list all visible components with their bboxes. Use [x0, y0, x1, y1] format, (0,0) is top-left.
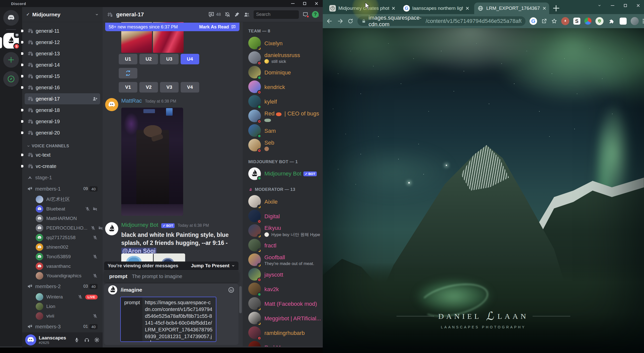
bookmark-star-icon[interactable] [551, 18, 557, 24]
variation-button-v4[interactable]: V4 [181, 82, 199, 93]
sidebar-channel-general-17[interactable]: general-17 [25, 93, 100, 104]
voice-room-members-3[interactable]: members-30140 [25, 321, 100, 332]
bot-result-image[interactable] [121, 253, 185, 262]
extension-rgb-icon[interactable] [584, 18, 591, 25]
slash-autocomplete[interactable]: prompt The prompt to imagine [104, 271, 238, 282]
member-row[interactable]: Cixelyn [248, 36, 323, 51]
midjourney-bot-avatar[interactable] [105, 222, 118, 235]
message-author[interactable]: MattRac [121, 98, 142, 104]
explore-button[interactable] [3, 71, 19, 87]
back-icon[interactable] [326, 18, 333, 24]
extension-shield-icon[interactable] [595, 17, 603, 25]
extension-campfire-icon[interactable] [561, 17, 569, 25]
voice-user[interactable]: vasanthanc [33, 261, 100, 271]
address-bar[interactable]: images.squarespace-cdn.com/content/v1/5c… [357, 16, 526, 26]
tab-search-chevron-icon[interactable] [598, 4, 601, 7]
settings-gear-icon[interactable] [94, 337, 100, 343]
member-row[interactable]: Midjourney Bot✓BOT [248, 167, 323, 181]
user-avatar[interactable] [25, 334, 36, 345]
upscale-button-u1[interactable]: U1 [119, 54, 137, 64]
members-icon[interactable] [244, 11, 250, 18]
maximize-button[interactable] [303, 2, 306, 5]
browser-tab-2[interactable]: Glaanscapes northern lights - Goo [400, 3, 472, 14]
reload-icon[interactable] [347, 18, 353, 24]
add-server-button[interactable] [3, 52, 19, 68]
mic-icon[interactable] [74, 337, 79, 343]
notifications-off-icon[interactable] [224, 12, 230, 18]
profile-avatar[interactable] [631, 17, 639, 25]
mark-as-read-button[interactable]: Mark As Read [199, 24, 236, 30]
tab-close-icon[interactable] [392, 7, 395, 10]
voice-room-members-1[interactable]: members-10940 [25, 183, 100, 194]
inbox-icon[interactable] [302, 12, 308, 18]
help-icon[interactable]: ? [312, 11, 319, 18]
voice-user[interactable]: qq271725158 [33, 233, 100, 242]
browser-close-button[interactable] [636, 4, 640, 7]
home-button[interactable] [3, 10, 19, 26]
headphones-icon[interactable] [84, 337, 90, 343]
browser-maximize-button[interactable] [624, 4, 627, 7]
member-row[interactable]: jayscott [248, 268, 323, 282]
member-row[interactable]: ramblingrhubarb [248, 326, 323, 340]
sidebar-channel-general-12[interactable]: general-12 [25, 37, 100, 48]
share-icon[interactable] [541, 18, 547, 24]
minimize-button[interactable] [291, 3, 295, 4]
threads-icon[interactable]: 48 [208, 11, 221, 18]
chat-scrollbar[interactable] [239, 286, 242, 313]
prompt-field[interactable]: prompt https://images.squarespace-cdn.co… [120, 297, 216, 342]
member-row[interactable]: GoofballThey're made out of meat. [248, 253, 323, 268]
jump-to-present-button[interactable]: Jump To Present [191, 263, 235, 269]
server-header[interactable]: ✓ Midjourney [22, 7, 103, 22]
sidebar-channel-vc-text[interactable]: vc-text [25, 149, 100, 160]
pin-icon[interactable] [234, 12, 240, 18]
sidebar-channel-stage-1[interactable]: stage-1 [25, 172, 100, 183]
upscale-button-u2[interactable]: U2 [139, 54, 158, 64]
voice-user[interactable]: WinteraLIVE [33, 292, 100, 302]
invite-member-icon[interactable] [92, 96, 98, 102]
sidebar-channel-general-15[interactable]: general-15 [25, 71, 100, 82]
member-row[interactable]: Red Man [248, 340, 323, 346]
member-row[interactable]: Aixile [248, 195, 323, 209]
sidebar-channel-general-16[interactable]: general-16 [25, 82, 100, 93]
extension-panel-icon[interactable] [620, 18, 627, 25]
member-row[interactable]: kav2k [248, 282, 323, 297]
browser-tab-3[interactable]: LRM_EXPORT_176436787956939 [474, 3, 549, 14]
forward-icon[interactable] [337, 18, 343, 24]
tab-close-icon[interactable] [543, 7, 546, 10]
unread-banner[interactable]: 58+ new messages since 6:37 PM Mark As R… [105, 23, 239, 31]
member-row[interactable]: Matt (Facebook mod) [248, 297, 323, 311]
member-row[interactable]: Eikyuu Hype boy 너만 원해 Hype ... [248, 224, 323, 238]
member-row[interactable]: Dominique [248, 65, 323, 80]
sidebar-channel-general-19[interactable]: general-19 [25, 116, 100, 127]
member-row[interactable]: kendrick [248, 80, 323, 95]
voice-user[interactable]: Bluebeat [33, 204, 100, 214]
sidebar-channel-vc-create[interactable]: vc-create [25, 161, 100, 172]
member-row[interactable]: fractl [248, 238, 323, 253]
message-author[interactable]: Midjourney Bot [121, 222, 158, 228]
member-row[interactable]: Seb [248, 138, 323, 153]
voice-room-members-2[interactable]: members-20340 [25, 281, 100, 292]
member-row[interactable]: Sam [248, 124, 323, 138]
voice-channels-header[interactable]: VOICE CHANNELS [25, 144, 100, 148]
close-button[interactable] [315, 2, 318, 5]
voice-user[interactable]: Youandigraphics [33, 271, 100, 281]
sidebar-channel-general-13[interactable]: general-13 [25, 48, 100, 59]
browser-minimize-button[interactable] [611, 5, 614, 6]
prompt-input-value[interactable]: https://images.squarespace-cdn.com/conte… [142, 297, 216, 341]
sidebar-channel-general-18[interactable]: general-18 [25, 105, 100, 116]
google-icon[interactable]: G [530, 17, 537, 25]
voice-user[interactable]: Lion [33, 302, 100, 311]
extension-s-icon[interactable]: S [573, 18, 580, 25]
voice-user[interactable]: shinen002 [33, 242, 100, 252]
voice-user[interactable]: AI艺术社区 [33, 195, 100, 204]
emoji-picker-icon[interactable] [228, 287, 234, 293]
member-row[interactable]: Meggirbot | ARTificial... [248, 311, 323, 326]
aurora-photo[interactable]: DANIEL ℒ LAAN LAANSCAPES PHOTOGRAPHY [323, 28, 644, 353]
sidebar-channel-general-11[interactable]: general-11 [25, 25, 100, 36]
server-icon-laanscapes[interactable]: 5 [3, 33, 19, 49]
member-row[interactable]: Red | CEO of bugs ... [248, 109, 323, 124]
tab-close-icon[interactable] [466, 7, 469, 10]
voice-user[interactable]: PEDROCOELHO... [33, 223, 100, 233]
variation-button-v2[interactable]: V2 [139, 82, 158, 93]
variation-button-v3[interactable]: V3 [160, 82, 179, 93]
